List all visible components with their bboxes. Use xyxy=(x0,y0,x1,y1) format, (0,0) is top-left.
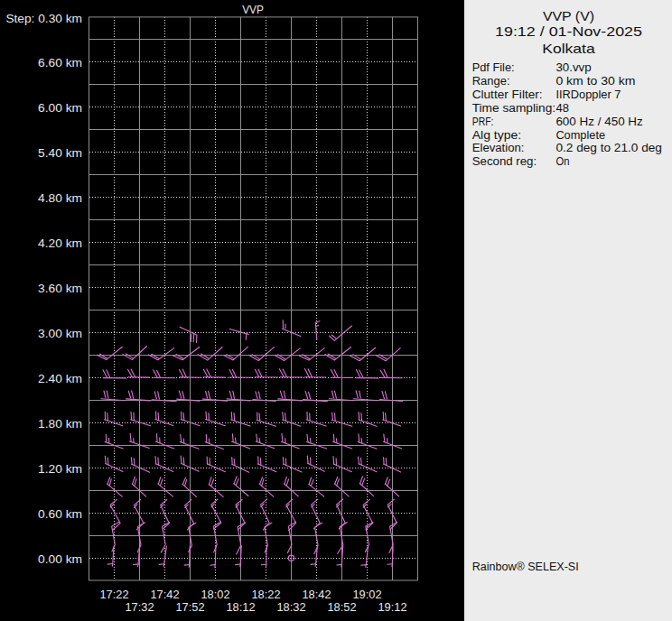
svg-text:17:52: 17:52 xyxy=(176,601,205,614)
svg-text:Time sampling:: Time sampling: xyxy=(472,102,555,115)
svg-text:0.00 km: 0.00 km xyxy=(38,553,82,566)
svg-text:19:12 / 01-Nov-2025: 19:12 / 01-Nov-2025 xyxy=(495,23,642,39)
svg-text:17:22: 17:22 xyxy=(100,589,129,601)
svg-text:Kolkata: Kolkata xyxy=(542,41,595,56)
svg-text:19:12: 19:12 xyxy=(378,601,407,614)
svg-text:48: 48 xyxy=(555,102,569,115)
svg-text:Alg type:: Alg type: xyxy=(472,129,522,142)
svg-text:VVP (V): VVP (V) xyxy=(543,8,594,23)
svg-text:1.20 km: 1.20 km xyxy=(38,463,82,476)
svg-text:0 km to 30 km: 0 km to 30 km xyxy=(555,75,635,88)
svg-text:Elevation:: Elevation: xyxy=(472,142,525,154)
svg-text:IIRDoppler 7: IIRDoppler 7 xyxy=(555,88,621,101)
svg-text:3.00 km: 3.00 km xyxy=(38,328,82,340)
svg-text:4.80 km: 4.80 km xyxy=(38,192,82,205)
svg-text:18:52: 18:52 xyxy=(328,601,357,614)
svg-text:17:42: 17:42 xyxy=(151,589,180,601)
svg-text:Pdf File:: Pdf File: xyxy=(472,61,515,74)
svg-text:19:02: 19:02 xyxy=(353,589,382,601)
svg-text:PRF:: PRF: xyxy=(472,116,494,128)
svg-text:Rainbow® SELEX-SI: Rainbow® SELEX-SI xyxy=(472,561,579,573)
svg-text:2.40 km: 2.40 km xyxy=(38,373,82,385)
svg-text:30.vvp: 30.vvp xyxy=(555,61,591,74)
svg-text:Complete: Complete xyxy=(555,129,605,142)
svg-text:3.60 km: 3.60 km xyxy=(38,283,82,295)
svg-text:Clutter Filter:: Clutter Filter: xyxy=(472,88,543,101)
svg-text:18:02: 18:02 xyxy=(201,589,230,601)
svg-text:17:32: 17:32 xyxy=(126,601,154,614)
svg-text:On: On xyxy=(555,155,569,168)
svg-text:1.80 km: 1.80 km xyxy=(38,418,82,431)
svg-text:Second reg:: Second reg: xyxy=(472,155,537,168)
svg-text:18:22: 18:22 xyxy=(252,589,281,601)
svg-text:6.00 km: 6.00 km xyxy=(38,102,82,115)
svg-text:18:42: 18:42 xyxy=(303,589,331,601)
svg-text:4.20 km: 4.20 km xyxy=(38,237,82,250)
svg-text:0.60 km: 0.60 km xyxy=(38,508,82,521)
svg-text:Step: 0.30 km: Step: 0.30 km xyxy=(5,13,82,25)
svg-text:6.60 km: 6.60 km xyxy=(38,57,82,70)
svg-text:600 Hz / 450 Hz: 600 Hz / 450 Hz xyxy=(555,116,642,128)
svg-text:18:12: 18:12 xyxy=(227,601,256,614)
svg-text:VVP: VVP xyxy=(242,4,264,16)
svg-text:5.40 km: 5.40 km xyxy=(38,147,82,160)
svg-text:0.2 deg to 21.0 deg: 0.2 deg to 21.0 deg xyxy=(555,142,662,154)
svg-text:18:32: 18:32 xyxy=(277,601,306,614)
svg-text:Range:: Range: xyxy=(472,75,510,88)
